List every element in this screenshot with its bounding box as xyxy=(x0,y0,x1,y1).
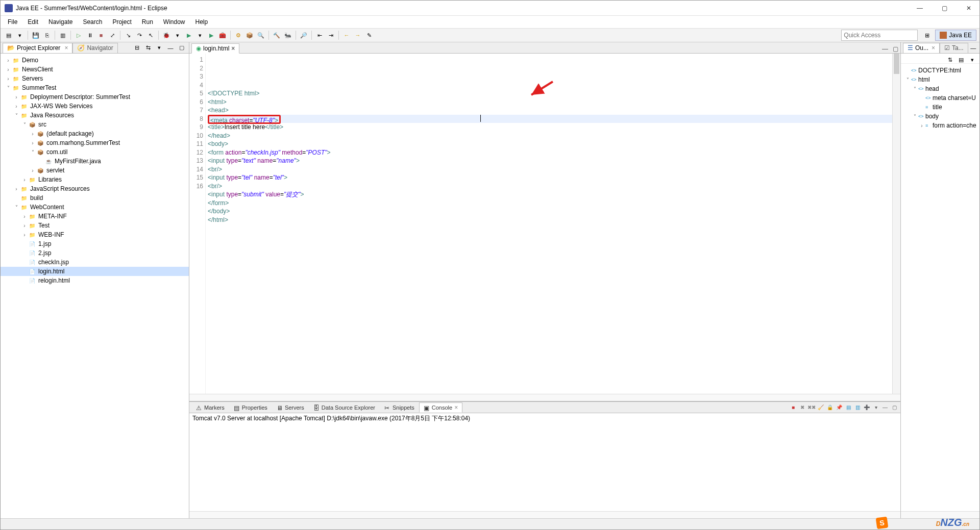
build-button[interactable]: 🔨 xyxy=(272,30,282,40)
new-package-button[interactable]: 📦 xyxy=(244,30,255,40)
ant-button[interactable]: 🐜 xyxy=(283,30,293,40)
new-dropdown[interactable]: ▾ xyxy=(15,30,25,40)
minimize-editor-button[interactable]: — xyxy=(881,45,889,53)
close-icon[interactable]: × xyxy=(64,44,68,52)
code-line[interactable]: <form action="checkIn.jsp" method="POST"… xyxy=(208,148,892,157)
display-selected-button[interactable]: ▤ xyxy=(844,403,852,412)
tree-item[interactable]: ˅📁SummerTest xyxy=(1,83,189,92)
outline-item[interactable]: ≡title xyxy=(902,103,978,112)
maximize-editor-button[interactable]: ▢ xyxy=(891,45,899,53)
open-wizard-button[interactable]: ▥ xyxy=(58,30,68,40)
console-menu-button[interactable]: ▾ xyxy=(872,403,880,412)
outline-tab[interactable]: ☰ Ou... × xyxy=(903,43,940,53)
code-line[interactable]: <!DOCTYPE html> xyxy=(208,89,892,98)
tree-item[interactable]: ˅📦src xyxy=(1,120,189,129)
new-console-button[interactable]: ➕ xyxy=(863,403,871,412)
bottom-tab-properties[interactable]: ▤Properties xyxy=(229,402,272,413)
suspend-button[interactable]: ⏸ xyxy=(85,30,95,40)
code-line[interactable]: </html> xyxy=(208,216,892,224)
tree-item[interactable]: ›📁JAX-WS Web Services xyxy=(1,102,189,111)
code-line[interactable]: <meta charset="UTF-8"> xyxy=(208,115,892,123)
resume-button[interactable]: ▷ xyxy=(74,30,84,40)
code-line[interactable]: <input type="submit" value="提交"> xyxy=(208,190,892,199)
remove-launch-button[interactable]: ✖ xyxy=(798,403,806,412)
step-over-button[interactable]: ↷ xyxy=(134,30,144,40)
collapse-all-button[interactable]: ⊟ xyxy=(132,43,142,53)
tree-item[interactable]: 📁build xyxy=(1,193,189,203)
scroll-lock-button[interactable]: 🔒 xyxy=(826,403,834,412)
tree-item[interactable]: ☕MyFirstFilter.java xyxy=(1,157,189,166)
tree-item[interactable]: ›📁NewsClient xyxy=(1,65,189,74)
tree-item[interactable]: ›📁Libraries xyxy=(1,175,189,184)
code-line[interactable]: <html> xyxy=(208,98,892,107)
disconnect-button[interactable]: ⤢ xyxy=(107,30,117,40)
outline-menu-button[interactable]: ▾ xyxy=(967,55,977,65)
remove-all-button[interactable]: ✖✖ xyxy=(807,403,816,412)
project-explorer-tree[interactable]: ›📁Demo›📁NewsClient›📁Servers˅📁SummerTest›… xyxy=(1,54,189,518)
close-button[interactable]: ✕ xyxy=(962,3,975,13)
tree-item[interactable]: ›📦servlet xyxy=(1,166,189,175)
run-button[interactable]: ▶ xyxy=(184,30,194,40)
editor-tab-login-html[interactable]: ◉ login.html × xyxy=(191,43,239,54)
save-button[interactable]: 💾 xyxy=(31,30,41,40)
code-line[interactable]: <input type="text" name="name"> xyxy=(208,157,892,165)
menu-project[interactable]: Project xyxy=(108,17,135,27)
outline-item[interactable]: ›≡form action=che xyxy=(902,121,978,130)
new-server-button[interactable]: ⚙ xyxy=(233,30,243,40)
code-line[interactable]: <head> xyxy=(208,106,892,115)
horizontal-scrollbar[interactable] xyxy=(189,394,900,401)
menu-run[interactable]: Run xyxy=(138,17,157,27)
external-tools-button[interactable]: 🧰 xyxy=(217,30,228,40)
debug-dropdown[interactable]: ▾ xyxy=(173,30,183,40)
console-horizontal-scrollbar[interactable] xyxy=(189,511,900,518)
open-console-button[interactable]: ▥ xyxy=(853,403,862,412)
menu-file[interactable]: File xyxy=(4,17,21,27)
code-line[interactable]: </body> xyxy=(208,207,892,216)
code-line[interactable]: </form> xyxy=(208,199,892,208)
next-annotation-button[interactable]: ⇥ xyxy=(326,30,336,40)
step-into-button[interactable]: ↘ xyxy=(123,30,133,40)
menu-help[interactable]: Help xyxy=(191,17,212,27)
perspective-javaee[interactable]: Java EE xyxy=(935,30,976,41)
navigator-tab[interactable]: 🧭 Navigator xyxy=(72,43,117,53)
project-explorer-tab[interactable]: 📂 Project Explorer × xyxy=(3,43,72,53)
debug-button[interactable]: 🐞 xyxy=(161,30,172,40)
maximize-view-button[interactable]: ▢ xyxy=(177,43,187,53)
link-editor-button[interactable]: ⇆ xyxy=(143,43,153,53)
tree-item[interactable]: ›📦(default package) xyxy=(1,129,189,138)
forward-button[interactable]: → xyxy=(353,30,363,40)
code-line[interactable]: <br/> xyxy=(208,182,892,191)
outline-sort-button[interactable]: ⇅ xyxy=(945,55,955,65)
minimize-outline-button[interactable]: — xyxy=(968,43,978,53)
code-editor[interactable]: 12345678910111213141516 <!DOCTYPE html><… xyxy=(189,54,900,394)
terminate-console-button[interactable]: ■ xyxy=(789,403,797,412)
run-last-button[interactable]: ▶ xyxy=(206,30,216,40)
tree-item[interactable]: ›📁Servers xyxy=(1,74,189,83)
code-line[interactable]: <input type="tel" name="tel"> xyxy=(208,173,892,182)
view-menu-button[interactable]: ▾ xyxy=(154,43,164,53)
minimize-view-button[interactable]: — xyxy=(165,43,176,53)
bottom-tab-data-source-explorer[interactable]: 🗄Data Source Explorer xyxy=(309,402,380,413)
maximize-bottom-button[interactable]: ▢ xyxy=(890,403,898,412)
run-dropdown[interactable]: ▾ xyxy=(195,30,205,40)
bottom-tab-markers[interactable]: ⚠Markers xyxy=(191,402,229,413)
outline-item[interactable]: ˅<>html xyxy=(902,75,978,84)
code-line[interactable]: <br/> xyxy=(208,165,892,174)
close-icon[interactable]: × xyxy=(932,44,935,52)
open-type-button[interactable]: 🔍 xyxy=(256,30,266,40)
clear-console-button[interactable]: 🧹 xyxy=(817,403,825,412)
back-button[interactable]: ← xyxy=(341,30,352,40)
menu-edit[interactable]: Edit xyxy=(23,17,42,27)
tree-item[interactable]: ˅📁Java Resources xyxy=(1,111,189,120)
outline-item[interactable]: <>DOCTYPE:html xyxy=(902,66,978,75)
tree-item[interactable]: ›📁JavaScript Resources xyxy=(1,184,189,193)
tree-item[interactable]: 📄login.html xyxy=(1,267,189,276)
pin-console-button[interactable]: 📌 xyxy=(835,403,843,412)
tree-item[interactable]: 📄checkIn.jsp xyxy=(1,258,189,267)
outline-filter-button[interactable]: ▤ xyxy=(956,55,966,65)
outline-item[interactable]: ˅<>head xyxy=(902,84,978,93)
code-line[interactable]: <title>Insert title here</title> xyxy=(208,123,892,132)
open-perspective-button[interactable]: ⊞ xyxy=(922,30,932,40)
outline-item[interactable]: ˅<>body xyxy=(902,112,978,121)
tree-item[interactable]: ›📦com.marhong.SummerTest xyxy=(1,138,189,147)
